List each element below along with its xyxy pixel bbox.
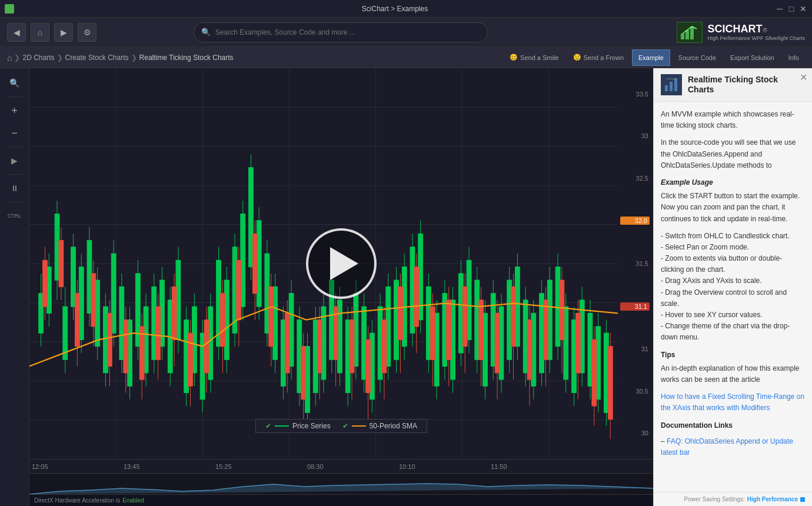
y-label-30: 30: [620, 430, 651, 437]
svg-rect-185: [237, 260, 241, 319]
play-triangle-icon: [330, 247, 358, 280]
export-solution-button[interactable]: Export Solution: [724, 49, 780, 66]
breadcrumb-create-stock[interactable]: Create Stock Charts: [65, 54, 129, 62]
svg-rect-193: [301, 347, 306, 400]
play-button[interactable]: ▶: [5, 151, 25, 171]
svg-rect-201: [366, 339, 371, 392]
back-button[interactable]: ◀: [7, 23, 26, 42]
svg-rect-233: [670, 82, 673, 91]
zoom-out-button[interactable]: −: [5, 123, 25, 143]
panel-icon-svg: [664, 77, 679, 92]
svg-rect-203: [382, 320, 387, 373]
panel-doc-link-dash: –: [661, 437, 667, 445]
source-code-button[interactable]: Source Code: [673, 49, 722, 66]
send-smile-label: Send a Smile: [520, 54, 558, 61]
svg-rect-181: [204, 320, 209, 373]
svg-rect-195: [317, 320, 322, 373]
breadcrumb-actions: 😊 Send a Smile 😟 Send a Frown Example So…: [504, 49, 805, 66]
panel-example-usage: Click the START button to start the exam…: [661, 191, 805, 225]
y-axis: 33.5 33 32.5 32.0 31.5 31.1 31 30.5 30: [618, 68, 653, 459]
y-label-320-highlighted: 32.0: [620, 217, 650, 225]
y-label-31: 31: [620, 345, 651, 352]
svg-rect-217: [495, 313, 500, 372]
breadcrumb-2d-charts[interactable]: 2D Charts: [22, 54, 54, 62]
svg-rect-225: [560, 280, 564, 339]
svg-rect-165: [75, 294, 79, 347]
panel-tips-link[interactable]: How to have a Fixed Scrolling Time-Range…: [661, 392, 804, 412]
close-button[interactable]: ✕: [799, 5, 807, 13]
logo-icon-box: [677, 22, 703, 43]
svg-rect-223: [544, 300, 548, 359]
breadcrumb-sep-2: ❯: [57, 54, 63, 62]
panel-close-button[interactable]: ✕: [800, 72, 807, 83]
svg-rect-211: [447, 300, 451, 359]
zoom-in-button[interactable]: +: [5, 101, 25, 121]
svg-rect-171: [124, 320, 128, 373]
panel-chart-icon: [661, 74, 682, 95]
search-bar[interactable]: 🔍: [194, 22, 488, 42]
chart-canvas: 33.5 33 32.5 32.0 31.5 31.1 31 30.5 30 ✔…: [29, 68, 653, 459]
svg-rect-177: [172, 287, 177, 339]
svg-rect-0: [681, 34, 684, 39]
panel-doc-link[interactable]: FAQ: OhlcDataSeries Append or Update lat…: [661, 437, 793, 457]
breadcrumb-sep-3: ❯: [131, 54, 137, 62]
example-tab[interactable]: Example: [632, 49, 670, 66]
scichart-logo: SCICHART ® High Performance WPF Silverli…: [677, 22, 805, 43]
status-bar: DirectX Hardware Acceleration is Enabled: [29, 494, 653, 506]
zoom-tool-button[interactable]: 🔍: [5, 73, 25, 93]
minimize-button[interactable]: ─: [776, 5, 784, 13]
window-title: SciChart > Examples: [14, 5, 776, 13]
toolbar: ◀ ⌂ ▶ ⚙ 🔍 SCICHART ® High Performance WP…: [0, 18, 812, 47]
legend-sma-label: 50-Period SMA: [370, 422, 417, 430]
send-smile-button[interactable]: 😊 Send a Smile: [504, 49, 564, 66]
breadcrumb-home[interactable]: ⌂: [7, 53, 12, 62]
ctrl-button[interactable]: CTRL: [5, 206, 25, 226]
svg-rect-183: [221, 294, 225, 347]
panel-description: An MVVM example which showcases real-tim…: [661, 109, 805, 131]
svg-rect-213: [462, 287, 467, 346]
svg-rect-215: [479, 300, 484, 359]
svg-rect-207: [414, 267, 419, 327]
app-icon: [5, 4, 14, 14]
play-overlay[interactable]: [306, 228, 377, 299]
maximize-button[interactable]: □: [787, 5, 796, 13]
logo-tagline: High Performance WPF Silverlight Charts: [707, 35, 805, 41]
breadcrumb-sep-1: ❯: [14, 54, 20, 62]
chart-area: 33.5 33 32.5 32.0 31.5 31.1 31 30.5 30 ✔…: [29, 68, 653, 506]
svg-rect-219: [511, 287, 516, 346]
left-sidebar: 🔍 + − ▶ ⏸ CTRL: [0, 68, 29, 506]
svg-rect-227: [575, 313, 580, 372]
logo-text-block: SCICHART ® High Performance WPF Silverli…: [707, 23, 805, 41]
send-frown-button[interactable]: 😟 Send a Frown: [567, 49, 630, 66]
forward-button[interactable]: ▶: [54, 23, 73, 42]
x-label-1150: 11:50: [491, 463, 507, 470]
panel-tips-title: Tips: [661, 349, 805, 361]
smile-icon: 😊: [510, 54, 518, 61]
send-frown-label: Send a Frown: [584, 54, 624, 61]
breadcrumb: ⌂ ❯ 2D Charts ❯ Create Stock Charts ❯ Re…: [7, 53, 234, 62]
info-button[interactable]: Info: [783, 49, 805, 66]
frown-icon: 😟: [573, 54, 581, 61]
settings-button[interactable]: ⚙: [78, 23, 96, 42]
right-panel-body: An MVVM example which showcases real-tim…: [654, 102, 812, 492]
svg-rect-179: [188, 333, 193, 386]
svg-rect-161: [43, 260, 48, 307]
x-label-1205: 12:05: [32, 463, 48, 470]
x-label-1010: 10:10: [399, 463, 415, 470]
svg-rect-163: [59, 241, 64, 287]
status-text: DirectX Hardware Acceleration is: [34, 497, 120, 504]
power-saving-label: Power Saving Settings:: [684, 496, 744, 502]
svg-rect-175: [156, 307, 161, 359]
status-enabled: Enabled: [122, 497, 144, 504]
y-label-311-highlighted: 31.1: [620, 302, 650, 311]
example-tab-label: Example: [638, 54, 664, 61]
chart-legend: ✔ Price Series ✔ 50-Period SMA: [255, 419, 427, 433]
search-input[interactable]: [215, 28, 480, 36]
export-solution-label: Export Solution: [730, 54, 774, 61]
pause-button[interactable]: ⏸: [5, 178, 25, 198]
svg-rect-191: [285, 313, 289, 372]
home-button[interactable]: ⌂: [31, 23, 49, 42]
logo-trademark: ®: [763, 27, 767, 34]
legend-line-orange: [352, 425, 366, 427]
panel-doc-links-title: Documentation Links: [661, 420, 805, 431]
